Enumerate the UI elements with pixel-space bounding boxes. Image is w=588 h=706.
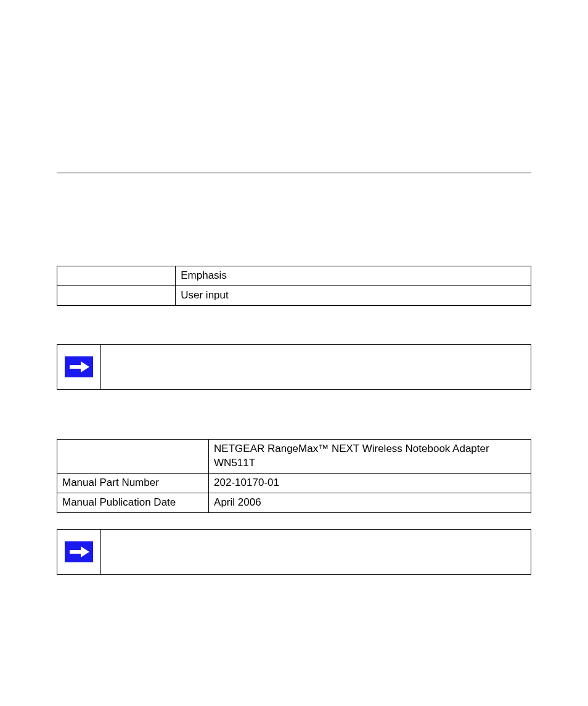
cell-description: User input [176, 285, 531, 305]
arrow-right-icon [65, 356, 93, 377]
document-page: Emphasis User input NETGEAR Rang [0, 173, 588, 706]
table-row: Manual Part Number 202-10170-01 [57, 473, 531, 493]
note-body [101, 530, 531, 574]
table-row: Emphasis [57, 266, 531, 286]
arrow-right-icon [65, 541, 93, 562]
cell-convention [57, 266, 176, 286]
cell-convention [57, 285, 176, 305]
cell-label: Manual Publication Date [57, 493, 209, 512]
cell-value: 202-10170-01 [209, 473, 531, 493]
publication-info-table: NETGEAR RangeMax™ NEXT Wireless Notebook… [57, 439, 531, 513]
cell-label: Manual Part Number [57, 473, 209, 493]
note-body [101, 345, 531, 389]
table-row: NETGEAR RangeMax™ NEXT Wireless Notebook… [57, 439, 531, 473]
note-callout [57, 344, 531, 390]
table-row: User input [57, 285, 531, 305]
note-callout [57, 529, 531, 575]
cell-value: NETGEAR RangeMax™ NEXT Wireless Notebook… [209, 439, 531, 473]
note-icon-cell [57, 345, 101, 389]
cell-description: Emphasis [176, 266, 531, 286]
cell-value: April 2006 [209, 493, 531, 512]
typographic-conventions-table: Emphasis User input [57, 266, 531, 306]
table-row: Manual Publication Date April 2006 [57, 493, 531, 512]
cell-label [57, 439, 209, 473]
note-icon-cell [57, 530, 101, 574]
